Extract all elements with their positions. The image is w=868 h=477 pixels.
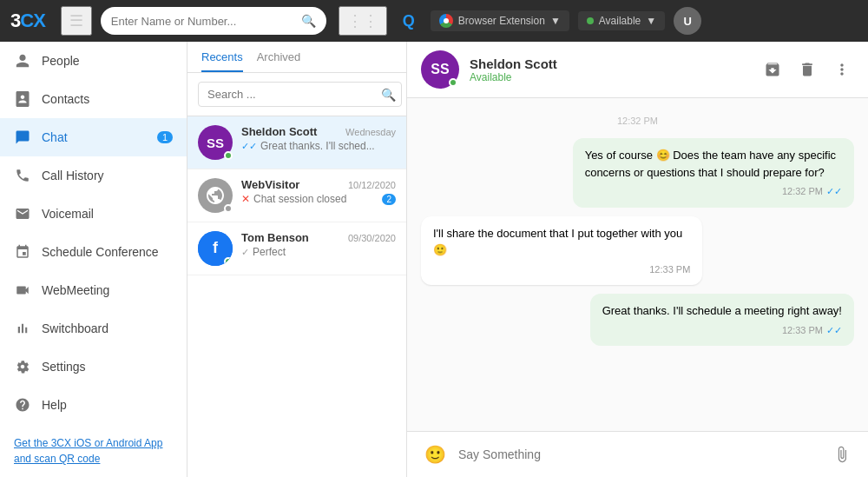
avatar-webvisitor bbox=[198, 178, 233, 213]
browser-ext-chevron-icon: ▼ bbox=[550, 15, 561, 27]
message-text: Great thanks. I'll schedule a meeting ri… bbox=[602, 304, 842, 317]
chat-item-time: 10/12/2020 bbox=[348, 180, 396, 190]
global-search-bar: 🔍 bbox=[101, 7, 326, 35]
settings-icon bbox=[14, 358, 31, 375]
sidebar: People Contacts Chat 1 Call History bbox=[0, 42, 187, 477]
more-options-button[interactable] bbox=[830, 57, 854, 82]
contacts-icon bbox=[14, 90, 31, 108]
chat-item-sheldon[interactable]: SS Sheldon Scott Wednesday ✓✓ Great than… bbox=[187, 116, 406, 169]
sidebar-item-label: Switchboard bbox=[42, 321, 108, 335]
attach-button[interactable] bbox=[830, 442, 854, 467]
sidebar-item-label: Settings bbox=[42, 360, 86, 374]
sidebar-footer: Get the 3CX iOS or Android App and scan … bbox=[0, 425, 187, 477]
tab-recents[interactable]: Recents bbox=[201, 50, 243, 72]
tab-archived[interactable]: Archived bbox=[257, 50, 301, 72]
message-bubble-outgoing-1: Yes of course 😊 Does the team have any s… bbox=[573, 138, 854, 208]
chat-badge: 1 bbox=[157, 131, 173, 143]
status-dot-webvisitor bbox=[224, 204, 233, 213]
delete-button[interactable] bbox=[795, 57, 819, 82]
sidebar-item-label: WebMeeting bbox=[42, 283, 109, 297]
sidebar-item-voicemail[interactable]: Voicemail bbox=[0, 195, 187, 233]
availability-button[interactable]: Available ▼ bbox=[578, 11, 665, 30]
header-avatar-initials: SS bbox=[431, 62, 449, 77]
chat-item-name: WebVisitor bbox=[241, 178, 299, 191]
header-avatar: SS bbox=[421, 50, 459, 89]
chat-window: SS Sheldon Scott Available 12:32 PM bbox=[407, 42, 868, 477]
chat-list: SS Sheldon Scott Wednesday ✓✓ Great than… bbox=[187, 116, 406, 477]
person-icon bbox=[14, 52, 31, 70]
avatar-sheldon: SS bbox=[198, 125, 233, 160]
topbar: 3CX ☰ 🔍 ⋮⋮ Q Browser Extension ▼ Availab… bbox=[0, 0, 868, 42]
message-bubble-outgoing-2: Great thanks. I'll schedule a meeting ri… bbox=[590, 294, 854, 346]
hamburger-button[interactable]: ☰ bbox=[61, 6, 92, 36]
availability-dot bbox=[587, 17, 594, 24]
chat-item-info-webvisitor: WebVisitor 10/12/2020 ✕ Chat session clo… bbox=[241, 178, 396, 205]
chat-item-webvisitor[interactable]: WebVisitor 10/12/2020 ✕ Chat session clo… bbox=[187, 169, 406, 222]
message-text: Yes of course 😊 Does the team have any s… bbox=[585, 149, 836, 179]
chat-messages: 12:32 PM Yes of course 😊 Does the team h… bbox=[407, 98, 868, 431]
logo: 3CX bbox=[10, 10, 45, 32]
phone-icon bbox=[14, 167, 31, 184]
chat-search-input[interactable] bbox=[198, 82, 402, 107]
sidebar-item-call-history[interactable]: Call History bbox=[0, 156, 187, 195]
chat-panel: Recents Archived 🔍 SS Sheldon Scott Wedn… bbox=[187, 42, 407, 477]
chat-search-icon: 🔍 bbox=[381, 88, 396, 102]
availability-label: Available bbox=[599, 15, 641, 27]
sidebar-item-switchboard[interactable]: Switchboard bbox=[0, 309, 187, 348]
status-dot-tom bbox=[224, 257, 233, 266]
sidebar-item-people[interactable]: People bbox=[0, 42, 187, 80]
schedule-icon bbox=[14, 243, 31, 261]
chat-item-info-sheldon: Sheldon Scott Wednesday ✓✓ Great thanks.… bbox=[241, 125, 396, 152]
chat-item-time: Wednesday bbox=[345, 127, 396, 137]
grid-button[interactable]: ⋮⋮ bbox=[339, 6, 387, 36]
browser-extension-button[interactable]: Browser Extension ▼ bbox=[431, 10, 569, 31]
user-avatar[interactable]: U bbox=[674, 7, 701, 35]
check-icon: ✓✓ bbox=[241, 141, 257, 152]
chat-input-area: 🙂 bbox=[407, 431, 868, 477]
chat-item-info-tom: Tom Benson 09/30/2020 ✓ Perfect bbox=[241, 231, 396, 258]
chat-item-name: Tom Benson bbox=[241, 231, 309, 244]
svg-text:f: f bbox=[213, 239, 219, 256]
chat-header-name: Sheldon Scott bbox=[470, 56, 750, 71]
read-check-icon: ✓✓ bbox=[826, 323, 842, 338]
sidebar-item-settings[interactable]: Settings bbox=[0, 348, 187, 386]
read-check-icon: ✓✓ bbox=[826, 184, 842, 199]
search-icon: 🔍 bbox=[301, 14, 316, 28]
unread-badge: 2 bbox=[382, 194, 396, 205]
chat-header-actions bbox=[760, 57, 854, 82]
sidebar-item-label: Contacts bbox=[42, 92, 89, 106]
check-icon: ✓ bbox=[241, 247, 249, 258]
chat-item-name: Sheldon Scott bbox=[241, 125, 317, 138]
message-text: I'll share the document that I put toget… bbox=[433, 227, 682, 257]
sidebar-item-label: Voicemail bbox=[42, 207, 94, 221]
q-button[interactable]: Q bbox=[396, 9, 422, 34]
help-icon bbox=[14, 396, 31, 414]
sidebar-item-chat[interactable]: Chat 1 bbox=[0, 118, 187, 156]
chat-item-tom[interactable]: f Tom Benson 09/30/2020 ✓ Perfect bbox=[187, 222, 406, 275]
availability-chevron-icon: ▼ bbox=[646, 15, 656, 27]
sidebar-item-help[interactable]: Help bbox=[0, 386, 187, 424]
message-time: 12:32 PM bbox=[782, 184, 823, 199]
sidebar-item-contacts[interactable]: Contacts bbox=[0, 80, 187, 118]
sidebar-item-webmeeting[interactable]: WebMeeting bbox=[0, 271, 187, 309]
videocam-icon bbox=[14, 282, 31, 299]
chat-header-info: Sheldon Scott Available bbox=[470, 56, 750, 83]
chat-icon bbox=[14, 129, 31, 146]
archive-button[interactable] bbox=[760, 57, 785, 82]
main-layout: People Contacts Chat 1 Call History bbox=[0, 42, 868, 477]
message-time-divider: 12:32 PM bbox=[421, 116, 854, 126]
emoji-button[interactable]: 🙂 bbox=[421, 441, 450, 468]
chat-message-input[interactable] bbox=[458, 447, 821, 461]
message-time: 12:33 PM bbox=[782, 323, 823, 338]
sidebar-item-schedule-conference[interactable]: Schedule Conference bbox=[0, 233, 187, 271]
chat-tabs: Recents Archived bbox=[187, 42, 406, 73]
message-bubble-incoming-1: I'll share the document that I put toget… bbox=[421, 216, 702, 286]
chat-item-time: 09/30/2020 bbox=[348, 233, 396, 243]
app-download-link[interactable]: Get the 3CX iOS or Android App and scan … bbox=[14, 435, 173, 467]
sidebar-item-label: Help bbox=[42, 398, 67, 412]
global-search-input[interactable] bbox=[111, 15, 301, 28]
sidebar-item-label: People bbox=[42, 54, 80, 68]
chat-item-preview-text: Chat session closed bbox=[253, 193, 346, 205]
email-icon bbox=[14, 205, 31, 222]
chrome-icon bbox=[439, 14, 453, 28]
